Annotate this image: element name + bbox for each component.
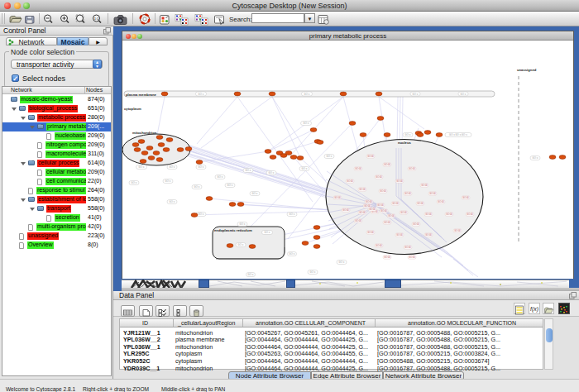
svg-text:GO: x: GO: x [339, 261, 345, 264]
svg-text:endoplasmic reticulum: endoplasmic reticulum [214, 228, 252, 232]
svg-text:GO:00: GO:00 [404, 192, 411, 195]
svg-text:GO:00: GO:00 [467, 213, 473, 216]
svg-text:1:1: 1:1 [94, 17, 99, 21]
svg-text:GO: x: GO: x [199, 93, 204, 96]
svg-text:GO: x: GO: x [405, 133, 411, 136]
svg-text:GO:00: GO:00 [429, 192, 436, 195]
svg-text:GO:00: GO:00 [438, 200, 444, 203]
svg-text:GO:00: GO:00 [364, 204, 371, 208]
svg-text:GO:00: GO:00 [409, 167, 415, 170]
svg-text:GO: x: GO: x [227, 184, 233, 187]
svg-text:GO:00: GO:00 [359, 188, 366, 191]
svg-text:GO:00: GO:00 [376, 175, 382, 179]
svg-text:GO: x: GO: x [199, 165, 204, 169]
svg-text:GO: x: GO: x [290, 213, 295, 216]
svg-text:GO: x: GO: x [199, 213, 204, 216]
svg-text:nucleus: nucleus [398, 141, 411, 145]
svg-text:GO: x: GO: x [265, 231, 270, 234]
svg-text:GO: x: GO: x [194, 185, 200, 189]
svg-text:GO: x: GO: x [310, 270, 316, 274]
svg-text:GO: x: GO: x [238, 243, 244, 246]
svg-text:GO:00: GO:00 [384, 256, 390, 259]
svg-text:GO:00: GO:00 [388, 214, 395, 218]
svg-text:GO:00: GO:00 [396, 233, 403, 237]
svg-text:GO:00: GO:00 [400, 211, 407, 214]
svg-text:GO: x: GO: x [170, 200, 175, 203]
svg-text:GO:00: GO:00 [367, 155, 374, 158]
svg-text:cytoplasm: cytoplasm [124, 107, 141, 111]
svg-text:GO: x: GO: x [170, 165, 175, 169]
svg-text:GO:00: GO:00 [462, 196, 469, 199]
svg-text:GO:00: GO:00 [376, 244, 382, 247]
svg-text:GO: x: GO: x [165, 179, 171, 183]
svg-text:GO: x: GO: x [533, 156, 538, 160]
svg-text:GO:00: GO:00 [446, 213, 452, 216]
svg-text:GO: x: GO: x [252, 192, 258, 195]
svg-text:GO:00: GO:00 [377, 203, 384, 207]
svg-text:GO: x: GO: x [461, 93, 467, 96]
svg-text:GO:00: GO:00 [425, 233, 432, 237]
svg-text:GO:00: GO:00 [359, 211, 366, 214]
svg-text:GO: x: GO: x [302, 167, 308, 170]
svg-text:GO:00: GO:00 [417, 202, 423, 205]
svg-text:GO: x: GO: x [246, 169, 251, 172]
svg-text:GO:00: GO:00 [369, 208, 376, 211]
svg-text:GO:00: GO:00 [334, 196, 341, 199]
svg-text:GO: x: GO: x [248, 273, 254, 276]
svg-text:GO: x: GO: x [327, 155, 333, 158]
svg-text:GO:00: GO:00 [347, 179, 353, 183]
svg-text:GO:00: GO:00 [409, 256, 415, 259]
svg-text:GO:00: GO:00 [404, 246, 411, 249]
svg-text:GO:00: GO:00 [425, 213, 432, 216]
svg-text:GO:00: GO:00 [355, 219, 361, 222]
svg-text:GO:00: GO:00 [392, 202, 399, 205]
svg-text:mitochondrion: mitochondrion [132, 131, 157, 135]
svg-text:GO:00: GO:00 [380, 189, 386, 193]
svg-text:GO:00: GO:00 [421, 184, 428, 187]
svg-text:GO: x: GO: x [290, 252, 295, 256]
svg-text:GO: x: GO: x [269, 171, 275, 174]
svg-text:GO: x: GO: x [304, 93, 310, 96]
svg-text:unassigned: unassigned [517, 68, 537, 72]
svg-text:GO: x: GO: x [139, 165, 145, 169]
svg-text:GO: x: GO: x [413, 93, 419, 96]
svg-text:GO:00: GO:00 [396, 179, 403, 183]
svg-text:GO:00: GO:00 [342, 208, 349, 212]
svg-text:GO:00: GO:00 [413, 222, 419, 226]
svg-text:GO: x: GO: x [240, 222, 246, 226]
svg-text:GO:00: GO:00 [366, 200, 372, 203]
svg-text:GO:00: GO:00 [384, 163, 390, 166]
svg-text:GO: x: GO: x [132, 181, 137, 184]
svg-text:GO:00: GO:00 [367, 231, 374, 234]
svg-text:GO:00: GO:00 [355, 167, 361, 170]
svg-text:GO:00: GO:00 [454, 229, 461, 232]
svg-text:GO:00: GO:00 [380, 209, 387, 213]
svg-text:GO: x: GO: x [218, 175, 223, 179]
svg-text:plasma membrane: plasma membrane [126, 93, 156, 97]
svg-text:GO:00: GO:00 [384, 221, 390, 224]
svg-text:GO: x: GO: x [304, 122, 309, 125]
svg-text:GO: x GO: x GO: x: GO: x GO: x GO: x [449, 133, 467, 136]
